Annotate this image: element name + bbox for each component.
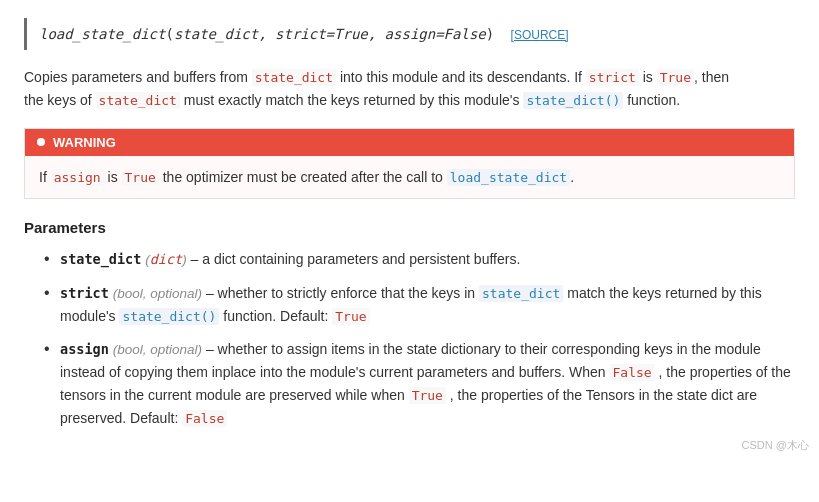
list-item: assign (bool, optional) – whether to ass… <box>44 338 795 431</box>
sig-params: state_dict, strict=True, assign=False <box>174 26 486 42</box>
list-item: state_dict (dict) – a dict containing pa… <box>44 248 795 271</box>
warning-header: WARNING <box>25 129 794 156</box>
param-type-link-dict[interactable]: dict <box>150 251 183 267</box>
signature-block: load_state_dict(state_dict, strict=True,… <box>24 18 795 50</box>
sig-funcname: load_state_dict <box>39 26 165 42</box>
warning-text-mid: is <box>104 169 122 185</box>
list-item: strict (bool, optional) – whether to str… <box>44 282 795 328</box>
desc-line2-mid: must exactly match the keys returned by … <box>180 92 524 108</box>
watermark: CSDN @木心 <box>742 438 809 453</box>
warning-assign-code: assign <box>51 169 104 186</box>
source-link[interactable]: [SOURCE] <box>511 28 569 42</box>
warning-load-state-dict-code: load_state_dict <box>447 169 570 186</box>
warning-text-pre: If <box>39 169 51 185</box>
param-strict-state-dict-code: state_dict <box>479 285 563 302</box>
description: Copies parameters and buffers from state… <box>24 66 795 112</box>
desc-true-code: True <box>657 69 694 86</box>
desc-state-dict-code: state_dict <box>252 69 336 86</box>
desc-line1-mid2: is <box>639 69 657 85</box>
params-list: state_dict (dict) – a dict containing pa… <box>24 248 795 430</box>
warning-true-code: True <box>122 169 159 186</box>
desc-state-dict2-code: state_dict <box>96 92 180 109</box>
warning-label: WARNING <box>53 135 116 150</box>
param-assign-false-code: False <box>610 364 655 381</box>
desc-line1-mid: into this module and its descendants. If <box>336 69 586 85</box>
params-section: Parameters state_dict (dict) – a dict co… <box>24 219 795 430</box>
desc-line2-pre: the keys of <box>24 92 96 108</box>
desc-line1-post: , then <box>694 69 729 85</box>
param-type-assign: (bool, optional) <box>113 342 202 357</box>
param-desc-strict-pre: – whether to strictly enforce that the k… <box>206 285 479 301</box>
warning-dot-icon <box>37 138 45 146</box>
param-type-strict: (bool, optional) <box>113 286 202 301</box>
param-strict-state-dict-func-code: state_dict() <box>119 308 219 325</box>
param-strict-default-code: True <box>332 308 369 325</box>
desc-strict-code: strict <box>586 69 639 86</box>
signature-line: load_state_dict(state_dict, strict=True,… <box>39 26 783 42</box>
param-assign-true-code: True <box>409 387 446 404</box>
param-name-strict: strict <box>60 285 109 301</box>
desc-state-dict-func-code: state_dict() <box>523 92 623 109</box>
main-container: load_state_dict(state_dict, strict=True,… <box>0 0 819 459</box>
warning-text-end: . <box>570 169 574 185</box>
param-type-state-dict: (dict) <box>145 252 187 267</box>
warning-text-post: the optimizer must be created after the … <box>159 169 447 185</box>
param-name-assign: assign <box>60 341 109 357</box>
warning-box: WARNING If assign is True the optimizer … <box>24 128 795 200</box>
warning-content: If assign is True the optimizer must be … <box>25 156 794 199</box>
param-desc-strict-post: function. Default: <box>219 308 332 324</box>
desc-line2-post: function. <box>623 92 680 108</box>
param-assign-default-code: False <box>182 410 227 427</box>
param-name-state-dict: state_dict <box>60 251 141 267</box>
param-desc-state-dict: – a dict containing parameters and persi… <box>191 251 521 267</box>
desc-line1-pre: Copies parameters and buffers from <box>24 69 252 85</box>
params-title: Parameters <box>24 219 795 236</box>
